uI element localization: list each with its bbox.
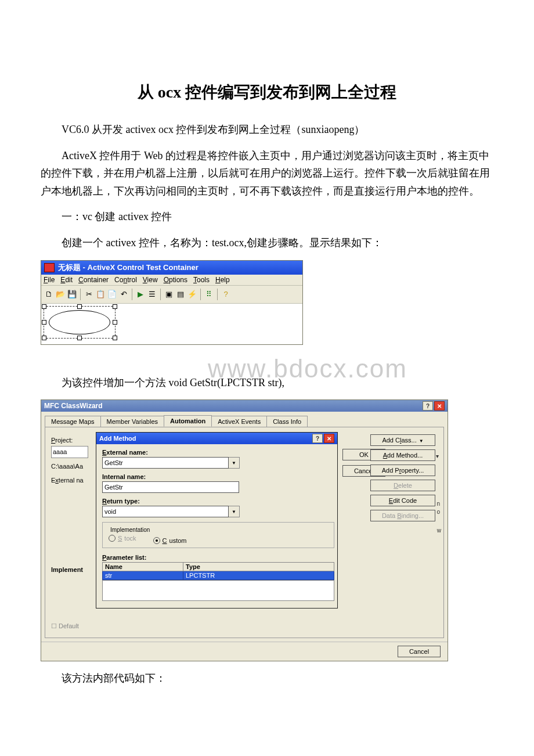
- log-calls-icon[interactable]: ▤: [175, 289, 186, 300]
- menu-tools[interactable]: Tools: [193, 276, 210, 284]
- internal-name-label: Internal name:: [102, 473, 334, 480]
- parameter-list-box[interactable]: [102, 580, 334, 601]
- menu-view[interactable]: View: [143, 276, 158, 284]
- return-type-label: Return type:: [102, 498, 334, 505]
- intro-para-1: VC6.0 从开发 activex ocx 控件到发布到网上全过程（sunxia…: [41, 121, 493, 139]
- menu-container[interactable]: Container: [78, 276, 109, 284]
- inserted-control-ellipse[interactable]: [44, 306, 116, 339]
- col-type: Type: [183, 563, 334, 571]
- classwizard-left-column: Project: aaaa C:\aaaa\Aa External na Imp…: [51, 432, 89, 632]
- implementation-label: Implement: [51, 565, 89, 575]
- col-name: Name: [103, 563, 183, 571]
- open-icon[interactable]: 📂: [55, 289, 66, 300]
- properties-icon[interactable]: ☰: [147, 289, 157, 300]
- cut-icon[interactable]: ✂: [84, 289, 94, 300]
- add-method-titlebar: Add Method ? ✕: [96, 433, 337, 444]
- classwizard-cancel-button[interactable]: Cancel: [398, 646, 441, 657]
- tab-member-variables[interactable]: Member Variables: [100, 416, 164, 427]
- param-type: LPCTSTR: [183, 571, 334, 580]
- external-names-label: External na: [51, 476, 89, 486]
- external-name-label: External name:: [102, 449, 334, 456]
- toolbar-sep: [217, 289, 218, 300]
- classwizard-side-buttons: Add Class...▼ Add Method... Add Property…: [370, 434, 435, 525]
- macro-icon[interactable]: ⚡: [187, 289, 197, 300]
- toolbar-sep: [160, 289, 161, 300]
- peek-text: n: [436, 501, 440, 507]
- log-events-icon[interactable]: ▣: [164, 289, 174, 300]
- add-method-dialog: Add Method ? ✕ External name: GetStr: [96, 432, 338, 609]
- activex-test-container-window: 无标题 - ActiveX Control Test Container Fil…: [41, 260, 303, 345]
- help-icon[interactable]: ?: [221, 289, 231, 300]
- close-icon[interactable]: ✕: [324, 434, 334, 443]
- help-button-icon[interactable]: ?: [423, 401, 433, 411]
- toolbar-sep: [132, 289, 132, 300]
- save-icon[interactable]: 💾: [67, 289, 77, 300]
- document-title: 从 ocx 控件编写到发布到网上全过程: [41, 81, 493, 103]
- para-create-control: 创建一个 activex 控件，名称为：test.ocx,创建步骤略。显示结果如…: [41, 234, 493, 252]
- default-checkbox[interactable]: ☐ Default: [51, 621, 89, 632]
- menu-file[interactable]: File: [44, 276, 55, 284]
- dropdown-icon[interactable]: ▼: [229, 506, 240, 517]
- classwizard-tabs: Message Maps Member Variables Automation…: [41, 412, 448, 427]
- project-combo[interactable]: aaaa: [51, 446, 88, 459]
- menu-options[interactable]: Options: [164, 276, 187, 284]
- peek-text: w: [437, 527, 441, 534]
- window-title: 无标题 - ActiveX Control Test Container: [58, 262, 199, 273]
- window-titlebar: 无标题 - ActiveX Control Test Container: [41, 261, 302, 275]
- edit-code-button[interactable]: Edit Code: [370, 495, 435, 506]
- impl-stock-radio[interactable]: Stock: [109, 535, 136, 542]
- menu-edit[interactable]: Edit: [60, 276, 73, 284]
- implementation-group-label: Implementation: [109, 527, 151, 533]
- menubar: File Edit Container Control View Options…: [41, 275, 302, 286]
- dropdown-icon[interactable]: ▼: [229, 457, 240, 469]
- peek-text: o: [436, 509, 440, 515]
- add-property-button[interactable]: Add Property...: [370, 465, 435, 476]
- param-row[interactable]: str LPCTSTR: [103, 571, 334, 580]
- copy-icon[interactable]: 📋: [95, 289, 106, 300]
- toolbar-sep: [200, 289, 201, 300]
- return-type-combo[interactable]: void: [102, 506, 229, 517]
- add-method-button[interactable]: Add Method...: [370, 449, 435, 461]
- add-method-title: Add Method: [99, 435, 136, 442]
- parameter-list-table[interactable]: Name Type str LPCTSTR: [102, 562, 334, 580]
- tab-class-info[interactable]: Class Info: [266, 416, 308, 427]
- new-icon[interactable]: 🗋: [44, 289, 54, 300]
- undo-icon[interactable]: ↶: [118, 289, 129, 300]
- play-icon[interactable]: ▶: [135, 289, 146, 300]
- delete-button[interactable]: Delete: [370, 480, 435, 491]
- toolbar: 🗋 📂 💾 ✂ 📋 📄 ↶ ▶ ☰ ▣ ▤ ⚡ ⠿ ?: [41, 286, 302, 304]
- para-method-code: 该方法内部代码如下：: [41, 669, 493, 687]
- classwizard-window: MFC ClassWizard ? ✕ Message Maps Member …: [41, 399, 448, 661]
- impl-custom-radio[interactable]: Custom: [153, 537, 187, 544]
- classwizard-tab-body: Project: aaaa C:\aaaa\Aa External na Imp…: [45, 427, 444, 638]
- data-binding-button[interactable]: Data Binding...: [370, 510, 435, 521]
- internal-name-input[interactable]: GetStr: [102, 481, 239, 493]
- paste-icon[interactable]: 📄: [107, 289, 117, 300]
- close-icon[interactable]: ✕: [434, 401, 445, 411]
- tab-activex-events[interactable]: ActiveX Events: [211, 416, 267, 427]
- tab-automation[interactable]: Automation: [164, 415, 212, 427]
- menu-help[interactable]: Help: [215, 276, 230, 284]
- tab-message-maps[interactable]: Message Maps: [45, 416, 101, 427]
- external-name-input[interactable]: GetStr: [102, 457, 229, 469]
- classwizard-titlebar: MFC ClassWizard ? ✕: [41, 400, 448, 412]
- para-add-method: 为该控件增加一个方法 void GetStr(LPCTSTR str),: [41, 374, 493, 392]
- scroll-arrow-icon[interactable]: ▾: [436, 453, 439, 459]
- app-icon: [44, 263, 55, 272]
- classwizard-title: MFC ClassWizard: [44, 402, 103, 410]
- intro-para-2: ActiveX 控件用于 Web 的过程是将控件嵌入主页中，用户通过浏览器访问该…: [41, 147, 493, 200]
- project-label: Project:: [51, 435, 89, 446]
- grid-icon[interactable]: ⠿: [204, 289, 214, 300]
- toolbar-sep: [80, 289, 81, 300]
- help-button-icon[interactable]: ?: [312, 434, 323, 443]
- classwizard-footer: Cancel: [41, 642, 448, 661]
- section-heading-1: 一：vc 创建 activex 控件: [41, 208, 493, 226]
- implementation-group: Implementation Stock Custom: [102, 522, 334, 548]
- param-name: str: [103, 571, 183, 580]
- project-path: C:\aaaa\Aa: [51, 462, 89, 472]
- add-class-button[interactable]: Add Class...▼: [370, 434, 435, 446]
- menu-control[interactable]: Control: [114, 276, 137, 284]
- design-canvas[interactable]: [41, 304, 302, 344]
- parameter-list-label: Parameter list:: [102, 554, 334, 561]
